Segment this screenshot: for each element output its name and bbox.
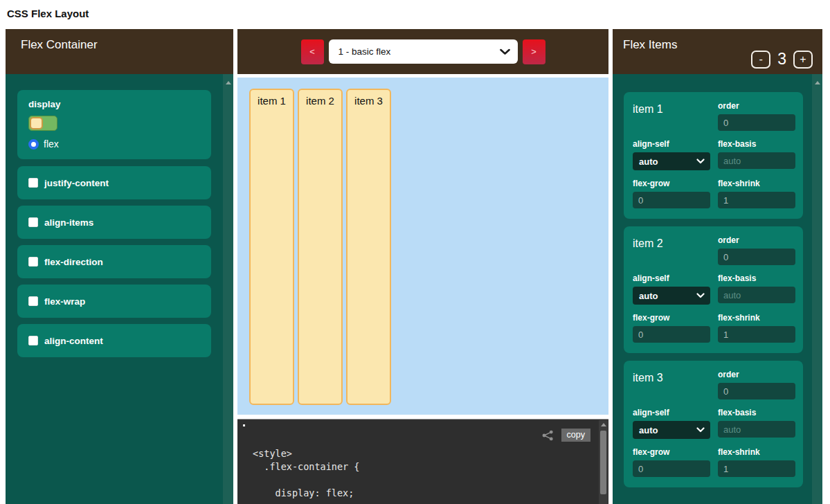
align-self-label: align-self	[633, 139, 710, 149]
flex-shrink-field: flex-shrink	[718, 179, 795, 208]
flex-basis-input[interactable]	[718, 152, 795, 169]
flex-items-title: Flex Items	[623, 38, 677, 51]
item-heading: item 2	[633, 235, 710, 265]
display-card: display flex	[17, 90, 211, 159]
property-card-align-items[interactable]: align-items	[17, 206, 211, 239]
property-card-flex-wrap[interactable]: flex-wrap	[17, 285, 211, 318]
flex-shrink-label: flex-shrink	[718, 447, 795, 457]
checkbox-icon[interactable]	[28, 217, 38, 227]
flex-grow-field: flex-grow	[633, 447, 710, 477]
scrollbar-thumb[interactable]	[600, 431, 606, 494]
copy-button[interactable]: copy	[561, 429, 590, 442]
align-self-select[interactable]: auto	[633, 152, 710, 170]
flex-basis-label: flex-basis	[718, 408, 795, 417]
flex-grow-input[interactable]	[633, 192, 710, 208]
order-field: order	[718, 235, 795, 265]
property-card-flex-direction[interactable]: flex-direction	[17, 245, 211, 278]
display-label: display	[28, 99, 200, 109]
flex-shrink-input[interactable]	[718, 326, 795, 343]
flex-grow-label: flex-grow	[633, 447, 710, 457]
flex-basis-input[interactable]	[718, 287, 795, 303]
item-card-1: item 1 order align-self auto	[624, 92, 803, 219]
align-self-field: align-self auto	[633, 139, 710, 170]
toggle-knob-icon	[30, 117, 43, 129]
property-label: flex-wrap	[44, 296, 85, 307]
flex-item-2: item 2	[298, 89, 343, 405]
flex-canvas: item 1 item 2 item 3	[237, 78, 608, 415]
code-tools: copy	[542, 429, 590, 442]
property-card-align-content[interactable]: align-content	[17, 324, 211, 357]
left-panel-scrollbar[interactable]	[223, 74, 233, 504]
flex-basis-input[interactable]	[718, 421, 795, 438]
scroll-up-icon[interactable]	[815, 81, 820, 84]
code-scrollbar[interactable]	[599, 420, 608, 504]
order-label: order	[718, 370, 795, 379]
preset-select[interactable]: 1 - basic flex	[329, 39, 518, 64]
flex-grow-field: flex-grow	[633, 179, 710, 208]
flex-items-panel: Flex Items - 3 + item 1 order align-self	[613, 29, 822, 504]
increase-items-button[interactable]: +	[793, 51, 813, 69]
flex-shrink-input[interactable]	[718, 460, 795, 477]
code-panel: copy <style> .flex-container { display: …	[237, 419, 608, 504]
items-count: 3	[777, 50, 786, 69]
flex-container-header: Flex Container	[6, 29, 233, 74]
flex-grow-field: flex-grow	[633, 313, 710, 343]
property-card-justify-content[interactable]: justify-content	[17, 166, 211, 199]
checkbox-icon[interactable]	[28, 257, 38, 267]
item-counter: - 3 +	[751, 50, 813, 69]
preset-select-wrap: 1 - basic flex	[329, 39, 518, 64]
next-preset-button[interactable]: >	[523, 39, 545, 64]
flex-items-body: item 1 order align-self auto	[613, 74, 822, 504]
item-heading: item 3	[633, 370, 710, 399]
flex-grow-input[interactable]	[633, 460, 710, 477]
preset-bar: < 1 - basic flex >	[237, 29, 608, 74]
flex-grow-input[interactable]	[633, 326, 710, 343]
scroll-up-icon[interactable]	[601, 423, 606, 426]
property-label: align-items	[44, 217, 93, 228]
share-icon[interactable]	[542, 430, 554, 441]
item-card-2: item 2 order align-self auto	[624, 226, 803, 353]
flex-shrink-label: flex-shrink	[718, 313, 795, 323]
align-self-select[interactable]: auto	[633, 421, 710, 439]
property-label: justify-content	[44, 178, 109, 188]
align-self-field: align-self auto	[633, 273, 710, 305]
cursor-dot	[243, 424, 245, 426]
prev-preset-button[interactable]: <	[301, 39, 324, 64]
order-input[interactable]	[718, 114, 795, 131]
order-input[interactable]	[718, 383, 795, 399]
property-label: align-content	[44, 336, 103, 346]
radio-checked-icon[interactable]	[28, 139, 39, 150]
align-self-field: align-self auto	[633, 408, 710, 439]
checkbox-icon[interactable]	[28, 178, 38, 188]
flex-shrink-field: flex-shrink	[718, 447, 795, 477]
align-self-label: align-self	[633, 273, 710, 283]
flex-grow-label: flex-grow	[633, 313, 710, 323]
align-self-select-wrap: auto	[633, 287, 710, 305]
decrease-items-button[interactable]: -	[751, 51, 770, 69]
item-card-3: item 3 order align-self auto	[624, 361, 803, 487]
preview-column: < 1 - basic flex > item 1 item 2 item 3	[237, 29, 608, 504]
order-label: order	[718, 101, 795, 111]
item-heading: item 1	[633, 101, 710, 131]
flex-item-3: item 3	[346, 89, 391, 405]
flex-container-title: Flex Container	[21, 38, 98, 51]
order-input[interactable]	[718, 249, 795, 265]
order-label: order	[718, 235, 795, 245]
display-flex-option[interactable]: flex	[28, 138, 200, 150]
order-field: order	[718, 370, 795, 399]
flex-basis-field: flex-basis	[718, 408, 795, 439]
scroll-up-icon[interactable]	[226, 81, 231, 84]
align-self-select-wrap: auto	[633, 421, 710, 439]
flex-item-1: item 1	[249, 89, 294, 405]
right-panel-scrollbar[interactable]	[812, 74, 822, 504]
flex-shrink-label: flex-shrink	[718, 179, 795, 188]
display-toggle[interactable]	[28, 116, 57, 131]
flex-basis-label: flex-basis	[718, 273, 795, 283]
align-self-select[interactable]: auto	[633, 287, 710, 305]
flex-shrink-input[interactable]	[718, 192, 795, 208]
property-label: flex-direction	[44, 257, 103, 267]
checkbox-icon[interactable]	[28, 336, 38, 345]
flex-items-header: Flex Items - 3 +	[613, 29, 822, 74]
checkbox-icon[interactable]	[28, 296, 38, 306]
align-self-select-wrap: auto	[633, 152, 710, 170]
